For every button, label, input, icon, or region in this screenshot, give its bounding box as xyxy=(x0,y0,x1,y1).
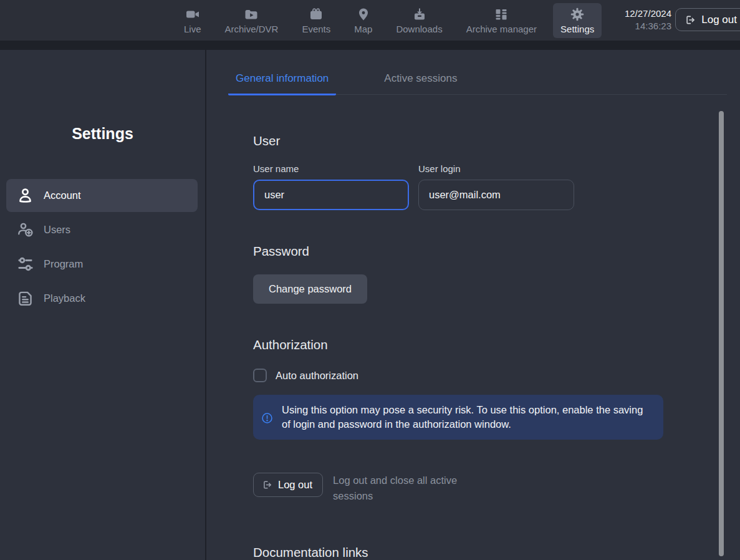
security-warning-text: Using this option may pose a security ri… xyxy=(282,404,643,430)
logout-icon xyxy=(685,14,696,26)
nav-item-settings[interactable]: Settings xyxy=(553,3,602,38)
tab-active-sessions[interactable]: Active sessions xyxy=(377,72,464,95)
user-section-heading: User xyxy=(253,133,740,148)
content-shell: Settings Account Users Program Playback xyxy=(0,50,740,560)
login-field-group: User login xyxy=(418,163,574,210)
archive-grid-icon xyxy=(494,7,509,22)
nav-item-downloads[interactable]: Downloads xyxy=(388,3,449,38)
date-text: 12/27/2024 xyxy=(625,7,671,20)
top-navigation: Live Archive/DVR Events Map Downloads xyxy=(176,0,602,41)
tab-general-information[interactable]: General information xyxy=(228,72,336,95)
login-input[interactable] xyxy=(418,180,574,210)
sidebar-item-program[interactable]: Program xyxy=(6,248,198,281)
tab-bar: General information Active sessions xyxy=(228,50,727,95)
sliders-icon xyxy=(16,255,34,273)
person-plus-icon xyxy=(16,221,34,239)
nav-label: Downloads xyxy=(396,24,442,34)
person-icon xyxy=(16,186,34,205)
auto-authorization-row: Auto authorization xyxy=(253,369,740,382)
folder-play-icon xyxy=(244,7,259,22)
sidebar-item-account[interactable]: Account xyxy=(6,179,198,212)
datetime-display: 12/27/2024 14:36:23 xyxy=(625,7,671,32)
sidebar-item-label: Account xyxy=(44,190,81,201)
gear-icon xyxy=(570,7,585,22)
top-bar: Live Archive/DVR Events Map Downloads xyxy=(0,0,740,41)
account-settings-content: User User name User login Password Chang… xyxy=(206,133,740,560)
vertical-scrollbar[interactable] xyxy=(719,111,724,556)
settings-sidebar: Settings Account Users Program Playback xyxy=(0,50,206,560)
logout-button-sessions[interactable]: Log out xyxy=(253,473,323,497)
nav-label: Archive/DVR xyxy=(225,24,279,34)
logout-button-label: Log out xyxy=(278,479,312,491)
download-tray-icon xyxy=(412,7,427,22)
calendar-icon xyxy=(309,7,324,22)
nav-item-live[interactable]: Live xyxy=(176,3,209,38)
sidebar-item-label: Program xyxy=(44,258,83,270)
logout-description: Log out and close all active sessions xyxy=(333,473,470,504)
logout-icon xyxy=(262,480,272,490)
login-label: User login xyxy=(418,163,574,174)
info-icon xyxy=(261,412,273,424)
password-section-heading: Password xyxy=(253,244,740,259)
logout-button-top[interactable]: Log out xyxy=(675,8,740,31)
main-panel: General information Active sessions User… xyxy=(206,50,740,560)
nav-label: Settings xyxy=(560,24,594,34)
sidebar-item-users[interactable]: Users xyxy=(6,213,198,246)
map-pin-icon xyxy=(356,7,371,22)
auto-authorization-checkbox[interactable] xyxy=(253,369,267,382)
auto-authorization-label: Auto authorization xyxy=(276,370,358,382)
nav-label: Archive manager xyxy=(466,24,537,34)
topbar-divider xyxy=(0,41,740,50)
nav-label: Live xyxy=(184,24,201,34)
nav-label: Map xyxy=(354,24,372,34)
nav-item-events[interactable]: Events xyxy=(294,3,338,38)
change-password-button[interactable]: Change password xyxy=(253,274,367,304)
security-warning-banner: Using this option may pose a security ri… xyxy=(253,395,663,440)
user-fields-row: User name User login xyxy=(253,163,740,210)
sidebar-item-playback[interactable]: Playback xyxy=(6,282,198,315)
nav-item-archive-manager[interactable]: Archive manager xyxy=(459,3,544,38)
authorization-section-heading: Authorization xyxy=(253,337,740,352)
documentation-section-heading: Documentation links xyxy=(253,545,740,560)
sidebar-item-label: Playback xyxy=(44,292,85,304)
logout-label: Log out xyxy=(701,14,737,26)
nav-item-archive-dvr[interactable]: Archive/DVR xyxy=(218,3,286,38)
sidebar-item-label: Users xyxy=(44,224,70,236)
username-field-group: User name xyxy=(253,163,409,210)
document-icon xyxy=(16,289,34,307)
time-text: 14:36:23 xyxy=(625,20,671,32)
username-label: User name xyxy=(253,163,409,174)
sidebar-title: Settings xyxy=(0,125,205,143)
video-camera-icon xyxy=(185,7,200,22)
nav-label: Events xyxy=(302,24,330,34)
logout-section: Log out Log out and close all active ses… xyxy=(253,473,740,504)
username-input[interactable] xyxy=(253,180,409,210)
nav-item-map[interactable]: Map xyxy=(347,3,380,38)
